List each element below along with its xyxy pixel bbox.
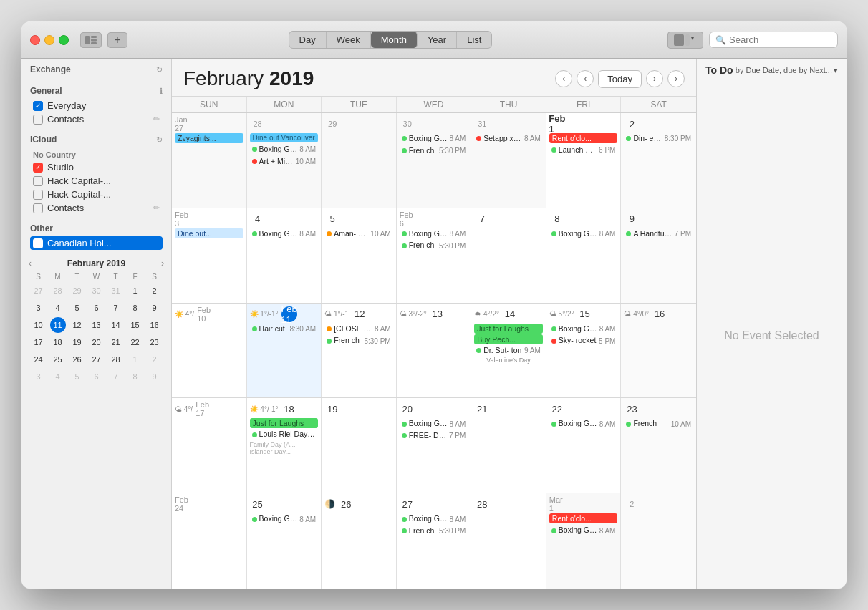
- cal-cell-mar1[interactable]: Mar 1 Rent o'clo... Boxing Gym 8 AM: [546, 493, 622, 589]
- cal-next-button[interactable]: ›: [646, 70, 663, 87]
- just-for-laughs-banner-week4[interactable]: Just for Laughs: [250, 418, 319, 428]
- cal-cell-14[interactable]: 🌧 4°/2° 14 Just for Laughs Buy Pech... D…: [471, 304, 546, 398]
- mini-cal-day[interactable]: 8: [127, 369, 143, 384]
- mini-cal-day[interactable]: 26: [69, 352, 85, 367]
- event-boxing-15[interactable]: Boxing Gym 8 AM: [549, 324, 618, 335]
- dine-out-vancouver-banner-1[interactable]: Dine out Vancouver: [250, 133, 319, 142]
- event-dine-out-feb3[interactable]: Dine out...: [175, 228, 243, 238]
- layout-toggle-button[interactable]: [667, 32, 703, 49]
- sidebar-item-contacts-icloud[interactable]: Contacts ✏: [30, 201, 163, 215]
- mini-cal-today[interactable]: 11: [50, 317, 66, 333]
- event-louis-riel[interactable]: Louis Riel Day (MB): [250, 429, 319, 440]
- mini-cal-day[interactable]: 19: [69, 334, 85, 350]
- mini-cal-day[interactable]: 22: [127, 334, 143, 350]
- event-freedom[interactable]: FREE- DOM 7 PM: [400, 430, 468, 442]
- event-dinner[interactable]: Din- er w. Ar- 8:30 PM: [624, 133, 693, 145]
- cal-prev-button[interactable]: ‹: [577, 70, 594, 87]
- studio-checkbox[interactable]: ✓: [33, 163, 43, 173]
- exchange-refresh-icon[interactable]: ↻: [156, 65, 163, 74]
- mini-cal-day[interactable]: 9: [147, 369, 163, 384]
- mini-cal-day[interactable]: 24: [31, 352, 47, 367]
- minimize-button[interactable]: [44, 35, 54, 45]
- cal-cell-sat2[interactable]: 2 Din- er w. Ar- 8:30 PM: [621, 113, 696, 208]
- cal-cell-feb6[interactable]: Feb 6 Boxing Gym 8 AM Fren ch 5:30 PM: [397, 208, 472, 303]
- mini-cal-day[interactable]: 2: [147, 283, 163, 299]
- mini-cal-day[interactable]: 14: [108, 317, 124, 333]
- mini-cal-day[interactable]: 18: [50, 334, 66, 350]
- mini-cal-day[interactable]: 7: [108, 369, 124, 384]
- sidebar-item-everyday[interactable]: ✓ Everyday: [30, 99, 163, 112]
- cal-cell-29-jan[interactable]: 29: [322, 113, 397, 208]
- mini-cal-day[interactable]: 4: [50, 369, 66, 384]
- mini-cal-day[interactable]: 28: [50, 283, 66, 299]
- mini-cal-next-button[interactable]: ›: [161, 258, 164, 268]
- contacts-icloud-edit-icon[interactable]: ✏: [153, 203, 160, 213]
- mini-cal-day[interactable]: 10: [31, 317, 47, 333]
- cal-cell-10[interactable]: ☀️ 4°/ Feb 10: [172, 304, 247, 398]
- event-french-23[interactable]: French 10 AM: [624, 418, 693, 430]
- event-boxing-6[interactable]: Boxing Gym 8 AM: [400, 228, 468, 240]
- cal-cell-24[interactable]: Feb 24: [172, 493, 247, 589]
- close-button[interactable]: [30, 35, 40, 45]
- event-boxing-27[interactable]: Boxing Gym 8 AM: [400, 513, 468, 525]
- cal-today-button[interactable]: Today: [598, 70, 642, 88]
- mini-cal-day[interactable]: 17: [31, 334, 47, 350]
- month-view-button[interactable]: Month: [371, 32, 418, 48]
- event-french-30jan[interactable]: Fren ch 5:30 PM: [400, 145, 468, 157]
- sidebar-item-canadian-holidays[interactable]: ✓ Canadian Hol...: [30, 236, 163, 250]
- day-view-button[interactable]: Day: [289, 32, 327, 48]
- sidebar-toggle-button[interactable]: [80, 32, 102, 48]
- event-french-12[interactable]: Fren ch 5:30 PM: [324, 335, 393, 347]
- mini-cal-day[interactable]: 20: [89, 334, 105, 350]
- mini-cal-day[interactable]: 5: [69, 300, 85, 316]
- event-boxing-mar1[interactable]: Boxing Gym 8 AM: [549, 525, 618, 536]
- general-info-icon[interactable]: ℹ: [160, 87, 163, 96]
- event-french-6[interactable]: Fren ch 5:30 PM: [400, 240, 468, 251]
- contacts-general-checkbox[interactable]: [33, 115, 43, 125]
- cal-cell-16[interactable]: 🌤 4°/0° 16: [621, 304, 696, 398]
- cal-prev-far-button[interactable]: ‹: [555, 70, 572, 87]
- contacts-icloud-checkbox[interactable]: [33, 203, 43, 213]
- cal-cell-4[interactable]: 4 Boxing Gym 8 AM: [247, 208, 322, 303]
- mini-cal-day[interactable]: 27: [31, 283, 47, 299]
- mini-cal-day[interactable]: 5: [69, 369, 85, 384]
- mini-cal-day[interactable]: 8: [127, 300, 143, 316]
- sidebar-item-hack1[interactable]: Hack Capital-...: [30, 174, 163, 188]
- cal-cell-12[interactable]: 🌤 1°/-1 12 [CLOSE D] Box- ing Gym 8 AM F…: [322, 304, 397, 398]
- event-boxing-25[interactable]: Boxing Gym 8 AM: [250, 513, 319, 525]
- mini-cal-day[interactable]: 21: [108, 334, 124, 350]
- event-haircut[interactable]: Hair cut 8:30 AM: [250, 324, 319, 335]
- mini-cal-day[interactable]: 15: [127, 317, 143, 333]
- event-french-27[interactable]: Fren ch 5:30 PM: [400, 526, 468, 537]
- event-boxing-gym-30jan[interactable]: Boxing Gym 8 AM: [400, 133, 468, 145]
- event-setapp[interactable]: Setapp x No Country Stu- 8 AM: [474, 133, 543, 145]
- hack2-checkbox[interactable]: [33, 190, 43, 200]
- event-boxing-22[interactable]: Boxing Gym 8 AM: [549, 418, 618, 430]
- mini-cal-day[interactable]: 30: [89, 283, 105, 299]
- cal-cell-21[interactable]: 21: [471, 398, 546, 493]
- cal-cell-17[interactable]: 🌤 4°/ Feb 17: [172, 398, 247, 493]
- event-boxing-4[interactable]: Boxing Gym 8 AM: [250, 228, 319, 240]
- mini-cal-day[interactable]: 27: [89, 352, 105, 367]
- year-view-button[interactable]: Year: [418, 32, 457, 48]
- event-rent-feb1[interactable]: Rent o'clo...: [549, 133, 618, 143]
- week-view-button[interactable]: Week: [327, 32, 371, 48]
- mini-cal-day[interactable]: 25: [50, 352, 66, 367]
- cal-cell-8[interactable]: 8 Boxing Gym 8 AM: [546, 208, 622, 303]
- cal-cell-feb1[interactable]: Feb 1 Rent o'clo... Launch Party: Apples…: [546, 113, 622, 208]
- cal-cell-11-today[interactable]: ☀️ 1°/-1° Feb 11 Hair cut 8:30 AM: [247, 304, 322, 398]
- contacts-edit-icon[interactable]: ✏: [153, 115, 160, 124]
- cal-cell-27[interactable]: 27 Boxing Gym 8 AM Fren ch 5:30 PM: [397, 493, 472, 589]
- event-boxing-8[interactable]: Boxing Gym 8 AM: [549, 228, 618, 240]
- event-skyrocket[interactable]: Sky- rocket 5 PM: [549, 335, 618, 347]
- sidebar-item-studio[interactable]: ✓ Studio: [30, 160, 163, 174]
- mini-cal-day[interactable]: 31: [108, 283, 124, 299]
- event-boxing-20[interactable]: Boxing Gym 8 AM: [400, 418, 468, 430]
- search-input[interactable]: [729, 34, 831, 45]
- mini-cal-day[interactable]: 28: [108, 352, 124, 367]
- cal-cell-26[interactable]: 🌗 26: [322, 493, 397, 589]
- event-buy-pech[interactable]: Buy Pech...: [474, 334, 543, 344]
- sidebar-item-hack2[interactable]: Hack Capital-...: [30, 188, 163, 201]
- cal-cell-18[interactable]: ☀️ 4°/-1° 18 Just for Laughs Louis Riel …: [247, 398, 322, 493]
- mini-cal-day[interactable]: 2: [147, 352, 163, 367]
